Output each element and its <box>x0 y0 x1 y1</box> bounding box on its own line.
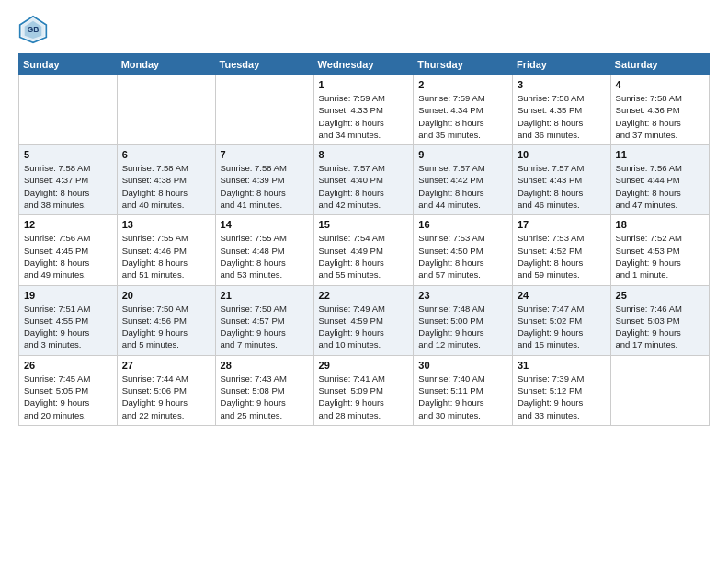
day-number: 4 <box>616 79 704 90</box>
day-cell-31: 31Sunrise: 7:39 AM Sunset: 5:12 PM Dayli… <box>512 355 610 425</box>
day-number: 23 <box>418 290 507 301</box>
day-number: 10 <box>518 149 606 160</box>
day-cell-23: 23Sunrise: 7:48 AM Sunset: 5:00 PM Dayli… <box>414 285 513 355</box>
day-number: 24 <box>518 290 606 301</box>
day-cell-20: 20Sunrise: 7:50 AM Sunset: 4:56 PM Dayli… <box>117 285 215 355</box>
header: GB <box>18 15 710 44</box>
day-info: Sunrise: 7:58 AM Sunset: 4:39 PM Dayligh… <box>221 162 309 211</box>
day-cell-26: 26Sunrise: 7:45 AM Sunset: 5:05 PM Dayli… <box>19 355 118 425</box>
day-cell-12: 12Sunrise: 7:56 AM Sunset: 4:45 PM Dayli… <box>19 215 118 285</box>
day-number: 21 <box>221 290 309 301</box>
day-cell-18: 18Sunrise: 7:52 AM Sunset: 4:53 PM Dayli… <box>610 215 709 285</box>
day-number: 22 <box>319 290 409 301</box>
day-cell-10: 10Sunrise: 7:57 AM Sunset: 4:43 PM Dayli… <box>512 145 610 215</box>
day-number: 14 <box>221 219 309 230</box>
day-info: Sunrise: 7:48 AM Sunset: 5:00 PM Dayligh… <box>418 303 507 351</box>
day-number: 31 <box>518 360 606 371</box>
empty-cell <box>19 75 118 145</box>
day-info: Sunrise: 7:55 AM Sunset: 4:48 PM Dayligh… <box>221 232 309 281</box>
day-info: Sunrise: 7:52 AM Sunset: 4:53 PM Dayligh… <box>616 232 704 281</box>
empty-cell <box>215 75 313 145</box>
week-row-5: 26Sunrise: 7:45 AM Sunset: 5:05 PM Dayli… <box>19 355 710 425</box>
day-cell-3: 3Sunrise: 7:58 AM Sunset: 4:35 PM Daylig… <box>512 75 610 145</box>
weekday-header-row: SundayMondayTuesdayWednesdayThursdayFrid… <box>19 54 710 75</box>
day-cell-25: 25Sunrise: 7:46 AM Sunset: 5:03 PM Dayli… <box>610 285 709 355</box>
day-cell-15: 15Sunrise: 7:54 AM Sunset: 4:49 PM Dayli… <box>313 215 414 285</box>
day-cell-14: 14Sunrise: 7:55 AM Sunset: 4:48 PM Dayli… <box>215 215 313 285</box>
day-info: Sunrise: 7:57 AM Sunset: 4:43 PM Dayligh… <box>518 162 606 211</box>
day-info: Sunrise: 7:47 AM Sunset: 5:02 PM Dayligh… <box>518 303 606 351</box>
day-number: 16 <box>418 219 507 230</box>
empty-cell <box>610 355 709 425</box>
day-cell-5: 5Sunrise: 7:58 AM Sunset: 4:37 PM Daylig… <box>19 145 118 215</box>
week-row-3: 12Sunrise: 7:56 AM Sunset: 4:45 PM Dayli… <box>19 215 710 285</box>
day-cell-1: 1Sunrise: 7:59 AM Sunset: 4:33 PM Daylig… <box>313 75 414 145</box>
weekday-header-friday: Friday <box>512 54 610 75</box>
day-cell-2: 2Sunrise: 7:59 AM Sunset: 4:34 PM Daylig… <box>414 75 513 145</box>
day-cell-19: 19Sunrise: 7:51 AM Sunset: 4:55 PM Dayli… <box>19 285 118 355</box>
day-number: 29 <box>319 360 409 371</box>
day-cell-11: 11Sunrise: 7:56 AM Sunset: 4:44 PM Dayli… <box>610 145 709 215</box>
day-number: 13 <box>122 219 210 230</box>
day-cell-8: 8Sunrise: 7:57 AM Sunset: 4:40 PM Daylig… <box>313 145 414 215</box>
day-info: Sunrise: 7:39 AM Sunset: 5:12 PM Dayligh… <box>518 373 606 421</box>
logo-icon: GB <box>18 15 48 44</box>
day-info: Sunrise: 7:51 AM Sunset: 4:55 PM Dayligh… <box>24 303 112 351</box>
svg-text:GB: GB <box>28 25 40 34</box>
day-cell-13: 13Sunrise: 7:55 AM Sunset: 4:46 PM Dayli… <box>117 215 215 285</box>
day-cell-17: 17Sunrise: 7:53 AM Sunset: 4:52 PM Dayli… <box>512 215 610 285</box>
day-number: 17 <box>518 219 606 230</box>
day-info: Sunrise: 7:41 AM Sunset: 5:09 PM Dayligh… <box>319 373 409 421</box>
day-info: Sunrise: 7:58 AM Sunset: 4:35 PM Dayligh… <box>518 92 606 141</box>
day-info: Sunrise: 7:57 AM Sunset: 4:40 PM Dayligh… <box>319 162 409 211</box>
weekday-header-thursday: Thursday <box>414 54 513 75</box>
week-row-1: 1Sunrise: 7:59 AM Sunset: 4:33 PM Daylig… <box>19 75 710 145</box>
day-info: Sunrise: 7:45 AM Sunset: 5:05 PM Dayligh… <box>24 373 112 421</box>
day-info: Sunrise: 7:56 AM Sunset: 4:44 PM Dayligh… <box>616 162 704 211</box>
day-info: Sunrise: 7:46 AM Sunset: 5:03 PM Dayligh… <box>616 303 704 351</box>
day-cell-28: 28Sunrise: 7:43 AM Sunset: 5:08 PM Dayli… <box>215 355 313 425</box>
week-row-2: 5Sunrise: 7:58 AM Sunset: 4:37 PM Daylig… <box>19 145 710 215</box>
day-info: Sunrise: 7:50 AM Sunset: 4:57 PM Dayligh… <box>221 303 309 351</box>
day-cell-6: 6Sunrise: 7:58 AM Sunset: 4:38 PM Daylig… <box>117 145 215 215</box>
day-info: Sunrise: 7:59 AM Sunset: 4:33 PM Dayligh… <box>319 92 409 141</box>
day-number: 9 <box>418 149 507 160</box>
day-number: 7 <box>221 149 309 160</box>
day-info: Sunrise: 7:57 AM Sunset: 4:42 PM Dayligh… <box>418 162 507 211</box>
weekday-header-saturday: Saturday <box>610 54 709 75</box>
empty-cell <box>117 75 215 145</box>
day-number: 2 <box>418 79 507 90</box>
day-number: 15 <box>319 219 409 230</box>
day-cell-27: 27Sunrise: 7:44 AM Sunset: 5:06 PM Dayli… <box>117 355 215 425</box>
day-cell-7: 7Sunrise: 7:58 AM Sunset: 4:39 PM Daylig… <box>215 145 313 215</box>
calendar-table: SundayMondayTuesdayWednesdayThursdayFrid… <box>18 53 710 426</box>
day-cell-4: 4Sunrise: 7:58 AM Sunset: 4:36 PM Daylig… <box>610 75 709 145</box>
day-info: Sunrise: 7:50 AM Sunset: 4:56 PM Dayligh… <box>122 303 210 351</box>
day-number: 18 <box>616 219 704 230</box>
day-cell-9: 9Sunrise: 7:57 AM Sunset: 4:42 PM Daylig… <box>414 145 513 215</box>
day-number: 11 <box>616 149 704 160</box>
day-number: 3 <box>518 79 606 90</box>
day-info: Sunrise: 7:54 AM Sunset: 4:49 PM Dayligh… <box>319 232 409 281</box>
day-info: Sunrise: 7:49 AM Sunset: 4:59 PM Dayligh… <box>319 303 409 351</box>
day-cell-16: 16Sunrise: 7:53 AM Sunset: 4:50 PM Dayli… <box>414 215 513 285</box>
weekday-header-wednesday: Wednesday <box>313 54 414 75</box>
day-cell-24: 24Sunrise: 7:47 AM Sunset: 5:02 PM Dayli… <box>512 285 610 355</box>
weekday-header-sunday: Sunday <box>19 54 118 75</box>
day-cell-30: 30Sunrise: 7:40 AM Sunset: 5:11 PM Dayli… <box>414 355 513 425</box>
weekday-header-monday: Monday <box>117 54 215 75</box>
day-number: 1 <box>319 79 409 90</box>
day-number: 27 <box>122 360 210 371</box>
day-cell-29: 29Sunrise: 7:41 AM Sunset: 5:09 PM Dayli… <box>313 355 414 425</box>
day-number: 6 <box>122 149 210 160</box>
day-number: 28 <box>221 360 309 371</box>
day-info: Sunrise: 7:58 AM Sunset: 4:37 PM Dayligh… <box>24 162 112 211</box>
day-info: Sunrise: 7:56 AM Sunset: 4:45 PM Dayligh… <box>24 232 112 281</box>
day-info: Sunrise: 7:55 AM Sunset: 4:46 PM Dayligh… <box>122 232 210 281</box>
page: GB SundayMondayTuesdayWednesdayThursdayF… <box>0 0 728 563</box>
day-info: Sunrise: 7:58 AM Sunset: 4:38 PM Dayligh… <box>122 162 210 211</box>
day-cell-22: 22Sunrise: 7:49 AM Sunset: 4:59 PM Dayli… <box>313 285 414 355</box>
day-number: 30 <box>418 360 507 371</box>
day-info: Sunrise: 7:58 AM Sunset: 4:36 PM Dayligh… <box>616 92 704 141</box>
day-number: 26 <box>24 360 112 371</box>
